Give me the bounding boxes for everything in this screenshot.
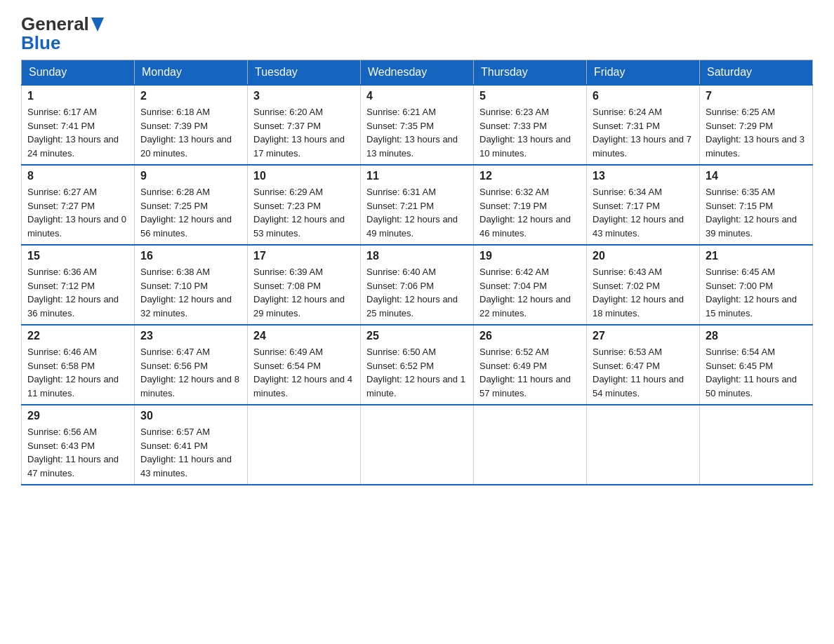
day-info: Sunrise: 6:34 AMSunset: 7:17 PMDaylight:… [593, 185, 694, 240]
day-number: 16 [140, 250, 241, 262]
calendar-cell: 30Sunrise: 6:57 AMSunset: 6:41 PMDayligh… [135, 405, 248, 485]
day-number: 27 [593, 330, 694, 342]
day-info: Sunrise: 6:46 AMSunset: 6:58 PMDaylight:… [27, 345, 128, 400]
day-info: Sunrise: 6:43 AMSunset: 7:02 PMDaylight:… [593, 265, 694, 320]
calendar-cell: 29Sunrise: 6:56 AMSunset: 6:43 PMDayligh… [22, 405, 135, 485]
logo-text-blue: Blue [21, 33, 60, 53]
day-number: 30 [140, 410, 241, 422]
day-number: 1 [27, 90, 128, 102]
weekday-header-tuesday: Tuesday [248, 60, 361, 86]
day-info: Sunrise: 6:38 AMSunset: 7:10 PMDaylight:… [140, 265, 241, 320]
day-number: 28 [706, 330, 807, 342]
weekday-header-wednesday: Wednesday [361, 60, 474, 86]
calendar-cell: 23Sunrise: 6:47 AMSunset: 6:56 PMDayligh… [135, 325, 248, 405]
day-info: Sunrise: 6:28 AMSunset: 7:25 PMDaylight:… [140, 185, 241, 240]
day-info: Sunrise: 6:45 AMSunset: 7:00 PMDaylight:… [706, 265, 807, 320]
calendar-cell [700, 405, 813, 485]
calendar-cell [587, 405, 700, 485]
weekday-header-monday: Monday [135, 60, 248, 86]
calendar-week-row: 15Sunrise: 6:36 AMSunset: 7:12 PMDayligh… [22, 245, 813, 325]
calendar-week-row: 29Sunrise: 6:56 AMSunset: 6:43 PMDayligh… [22, 405, 813, 485]
calendar-cell: 9Sunrise: 6:28 AMSunset: 7:25 PMDaylight… [135, 165, 248, 245]
day-info: Sunrise: 6:47 AMSunset: 6:56 PMDaylight:… [140, 345, 241, 400]
day-number: 7 [706, 90, 807, 102]
calendar-cell: 15Sunrise: 6:36 AMSunset: 7:12 PMDayligh… [22, 245, 135, 325]
page-header: General Blue [21, 14, 813, 53]
calendar-cell: 11Sunrise: 6:31 AMSunset: 7:21 PMDayligh… [361, 165, 474, 245]
weekday-header-saturday: Saturday [700, 60, 813, 86]
calendar-cell: 26Sunrise: 6:52 AMSunset: 6:49 PMDayligh… [474, 325, 587, 405]
calendar-cell [361, 405, 474, 485]
calendar-cell: 27Sunrise: 6:53 AMSunset: 6:47 PMDayligh… [587, 325, 700, 405]
day-number: 23 [140, 330, 241, 342]
calendar-week-row: 22Sunrise: 6:46 AMSunset: 6:58 PMDayligh… [22, 325, 813, 405]
day-number: 13 [593, 170, 694, 182]
calendar-cell: 8Sunrise: 6:27 AMSunset: 7:27 PMDaylight… [22, 165, 135, 245]
calendar-cell: 22Sunrise: 6:46 AMSunset: 6:58 PMDayligh… [22, 325, 135, 405]
calendar-cell: 25Sunrise: 6:50 AMSunset: 6:52 PMDayligh… [361, 325, 474, 405]
day-info: Sunrise: 6:23 AMSunset: 7:33 PMDaylight:… [479, 105, 581, 160]
day-number: 18 [366, 250, 468, 262]
day-info: Sunrise: 6:40 AMSunset: 7:06 PMDaylight:… [366, 265, 468, 320]
day-number: 3 [253, 90, 355, 102]
weekday-header-sunday: Sunday [22, 60, 135, 86]
day-number: 21 [706, 250, 807, 262]
logo-text-general: General [21, 14, 89, 34]
day-number: 25 [366, 330, 468, 342]
day-info: Sunrise: 6:32 AMSunset: 7:19 PMDaylight:… [479, 185, 581, 240]
day-number: 15 [27, 250, 128, 262]
day-info: Sunrise: 6:24 AMSunset: 7:31 PMDaylight:… [593, 105, 694, 160]
calendar-cell: 14Sunrise: 6:35 AMSunset: 7:15 PMDayligh… [700, 165, 813, 245]
day-number: 5 [479, 90, 581, 102]
day-number: 20 [593, 250, 694, 262]
calendar-cell: 4Sunrise: 6:21 AMSunset: 7:35 PMDaylight… [361, 85, 474, 165]
day-number: 17 [253, 250, 355, 262]
svg-marker-0 [91, 18, 104, 32]
day-info: Sunrise: 6:20 AMSunset: 7:37 PMDaylight:… [253, 105, 355, 160]
weekday-header-row: SundayMondayTuesdayWednesdayThursdayFrid… [22, 60, 813, 86]
calendar-cell: 28Sunrise: 6:54 AMSunset: 6:45 PMDayligh… [700, 325, 813, 405]
day-number: 9 [140, 170, 241, 182]
day-number: 12 [479, 170, 581, 182]
day-number: 4 [366, 90, 468, 102]
day-info: Sunrise: 6:49 AMSunset: 6:54 PMDaylight:… [253, 345, 355, 400]
day-info: Sunrise: 6:39 AMSunset: 7:08 PMDaylight:… [253, 265, 355, 320]
day-number: 26 [479, 330, 581, 342]
day-number: 22 [27, 330, 128, 342]
calendar-cell [474, 405, 587, 485]
day-info: Sunrise: 6:36 AMSunset: 7:12 PMDaylight:… [27, 265, 128, 320]
calendar-cell: 5Sunrise: 6:23 AMSunset: 7:33 PMDaylight… [474, 85, 587, 165]
calendar-cell: 21Sunrise: 6:45 AMSunset: 7:00 PMDayligh… [700, 245, 813, 325]
day-info: Sunrise: 6:27 AMSunset: 7:27 PMDaylight:… [27, 185, 128, 240]
day-info: Sunrise: 6:53 AMSunset: 6:47 PMDaylight:… [593, 345, 694, 400]
day-number: 14 [706, 170, 807, 182]
calendar-cell: 20Sunrise: 6:43 AMSunset: 7:02 PMDayligh… [587, 245, 700, 325]
calendar-table: SundayMondayTuesdayWednesdayThursdayFrid… [21, 60, 813, 485]
day-number: 6 [593, 90, 694, 102]
day-number: 19 [479, 250, 581, 262]
logo: General Blue [21, 14, 104, 53]
calendar-cell: 19Sunrise: 6:42 AMSunset: 7:04 PMDayligh… [474, 245, 587, 325]
calendar-cell: 13Sunrise: 6:34 AMSunset: 7:17 PMDayligh… [587, 165, 700, 245]
day-number: 10 [253, 170, 355, 182]
day-info: Sunrise: 6:31 AMSunset: 7:21 PMDaylight:… [366, 185, 468, 240]
day-number: 29 [27, 410, 128, 422]
calendar-cell: 17Sunrise: 6:39 AMSunset: 7:08 PMDayligh… [248, 245, 361, 325]
day-info: Sunrise: 6:57 AMSunset: 6:41 PMDaylight:… [140, 425, 241, 480]
day-number: 11 [366, 170, 468, 182]
calendar-week-row: 8Sunrise: 6:27 AMSunset: 7:27 PMDaylight… [22, 165, 813, 245]
day-info: Sunrise: 6:18 AMSunset: 7:39 PMDaylight:… [140, 105, 241, 160]
calendar-cell: 2Sunrise: 6:18 AMSunset: 7:39 PMDaylight… [135, 85, 248, 165]
day-info: Sunrise: 6:29 AMSunset: 7:23 PMDaylight:… [253, 185, 355, 240]
day-info: Sunrise: 6:56 AMSunset: 6:43 PMDaylight:… [27, 425, 128, 480]
calendar-cell: 18Sunrise: 6:40 AMSunset: 7:06 PMDayligh… [361, 245, 474, 325]
calendar-cell: 24Sunrise: 6:49 AMSunset: 6:54 PMDayligh… [248, 325, 361, 405]
day-info: Sunrise: 6:50 AMSunset: 6:52 PMDaylight:… [366, 345, 468, 400]
day-number: 24 [253, 330, 355, 342]
day-number: 8 [27, 170, 128, 182]
calendar-cell: 6Sunrise: 6:24 AMSunset: 7:31 PMDaylight… [587, 85, 700, 165]
calendar-cell: 1Sunrise: 6:17 AMSunset: 7:41 PMDaylight… [22, 85, 135, 165]
day-info: Sunrise: 6:21 AMSunset: 7:35 PMDaylight:… [366, 105, 468, 160]
calendar-cell: 16Sunrise: 6:38 AMSunset: 7:10 PMDayligh… [135, 245, 248, 325]
day-info: Sunrise: 6:52 AMSunset: 6:49 PMDaylight:… [479, 345, 581, 400]
